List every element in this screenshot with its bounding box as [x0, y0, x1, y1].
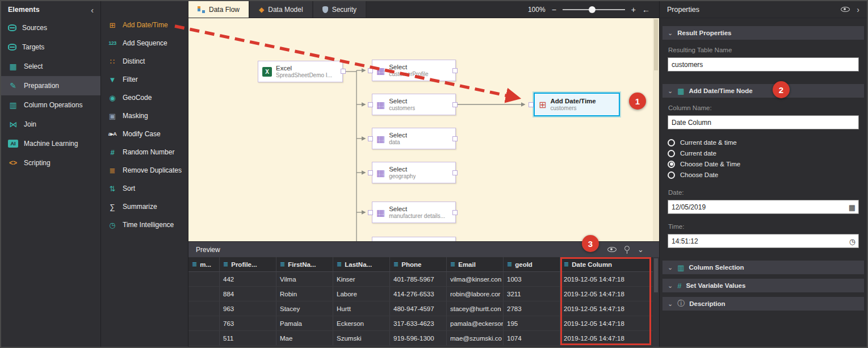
sidebar-item-preparation[interactable]: ✎ Preparation: [1, 76, 100, 95]
column-header[interactable]: Phone: [390, 257, 447, 271]
node-port[interactable]: [452, 210, 458, 215]
column-header[interactable]: Profile...: [220, 257, 276, 271]
tool-filter[interactable]: ▼ Filter: [101, 70, 188, 89]
scrollbar-thumb[interactable]: [654, 19, 658, 70]
section-add-datetime-node[interactable]: ▦ Add Date/Time Node: [662, 84, 864, 98]
select-node-manufacturer[interactable]: Select manufacturer details...: [372, 202, 456, 223]
pin-icon[interactable]: [624, 246, 630, 251]
table-row[interactable]: 442 Vilma Kinser 401-785-5967 vilma@kins…: [188, 272, 659, 287]
column-filter-icon: [223, 261, 228, 268]
eye-icon[interactable]: [607, 247, 617, 252]
radio-current-date-time[interactable]: Current date & time: [668, 137, 859, 148]
date-input[interactable]: [668, 200, 859, 214]
column-header[interactable]: geoId: [504, 257, 560, 271]
canvas-scrollbar[interactable]: [653, 18, 659, 241]
node-port[interactable]: [368, 170, 373, 175]
chevron-right-icon[interactable]: [857, 5, 859, 14]
sidebar-item-machine-learning[interactable]: AI Machine Learning: [1, 134, 100, 153]
cell: pamala@eckerson: [447, 316, 504, 330]
column-header[interactable]: m...: [188, 257, 220, 271]
properties-title: Properties: [667, 6, 699, 14]
tab-security[interactable]: Security: [313, 1, 367, 18]
tool-random-number[interactable]: # Random Number: [101, 143, 188, 161]
column-header[interactable]: Email: [447, 257, 504, 271]
node-port[interactable]: [452, 170, 458, 175]
column-header-date-column[interactable]: Date Column: [560, 257, 651, 271]
node-port[interactable]: [368, 102, 373, 107]
section-description[interactable]: ⓘ Description: [662, 297, 864, 311]
select-node-geography[interactable]: Select geography: [372, 162, 456, 183]
calendar-icon[interactable]: [849, 203, 856, 211]
cell: 195: [504, 316, 560, 330]
select-node-customerprofile[interactable]: Select customerProfile: [372, 60, 456, 81]
collapse-panel-icon[interactable]: ‹: [91, 5, 94, 15]
dataflow-canvas[interactable]: Excel SpreadSheetDemo I... Select custom…: [188, 18, 659, 241]
radio-icon: [668, 139, 675, 146]
back-arrow-button[interactable]: ←: [642, 5, 650, 14]
tool-time-intelligence[interactable]: ◷ Time Intelligence: [101, 216, 188, 234]
radio-choose-date[interactable]: Choose Date: [668, 170, 859, 180]
table-row[interactable]: 963 Stacey Hurtt 480-947-4597 stacey@hur…: [188, 301, 659, 316]
add-datetime-node[interactable]: Add Date/Time customers: [534, 93, 620, 116]
table-row[interactable]: 511 Mae Szumski 919-596-1300 mae@szumski…: [188, 331, 659, 346]
chevron-down-icon: [668, 300, 673, 308]
resulting-table-name-label: Resulting Table Name: [668, 47, 859, 53]
column-header[interactable]: FirstNa...: [276, 257, 333, 271]
section-result-properties[interactable]: Result Properties: [662, 26, 864, 40]
node-port[interactable]: [341, 69, 346, 74]
tab-data-flow[interactable]: Data Flow: [188, 1, 250, 18]
tool-geocode[interactable]: ◉ GeoCode: [101, 89, 188, 107]
preview-scrollbar[interactable]: [653, 257, 659, 347]
column-name-label: Column Name:: [668, 104, 859, 111]
section-column-selection[interactable]: ▥ Column Selection: [662, 261, 864, 274]
cell: [188, 301, 220, 316]
radio-choose-date-and-time[interactable]: Choose Date & Time: [668, 159, 859, 169]
column-name-input[interactable]: [668, 115, 859, 129]
node-port[interactable]: [368, 68, 373, 73]
tool-masking[interactable]: ▣ Masking: [101, 107, 188, 125]
scrollbar-thumb[interactable]: [654, 258, 658, 292]
cell: 3211: [504, 287, 560, 301]
sidebar-item-join[interactable]: ⋈ Join: [1, 115, 100, 134]
node-port[interactable]: [452, 136, 458, 141]
node-port[interactable]: [368, 210, 373, 215]
tool-add-sequence[interactable]: 123 Add Sequence: [101, 34, 188, 52]
select-node-data[interactable]: Select data: [372, 128, 456, 149]
excel-source-node[interactable]: Excel SpreadSheetDemo I...: [258, 61, 343, 82]
sidebar-item-scripting[interactable]: <> Scripting: [1, 153, 100, 173]
tool-summarize[interactable]: ∑ Summarize: [101, 198, 188, 216]
tab-data-model[interactable]: Data Model: [250, 1, 313, 18]
sidebar-item-select[interactable]: ▦ Select: [1, 57, 100, 76]
sidebar-item-column-operations[interactable]: ▥ Column Operations: [1, 95, 100, 115]
table-row[interactable]: 763 Pamala Eckerson 317-633-4623 pamala@…: [188, 316, 659, 331]
node-port[interactable]: [529, 102, 534, 107]
node-port[interactable]: [452, 68, 458, 73]
tool-remove-duplicates[interactable]: ≣ Remove Duplicates: [101, 161, 188, 179]
sidebar-item-targets[interactable]: Targets: [1, 37, 100, 57]
zoom-in-button[interactable]: +: [631, 5, 636, 14]
node-title: Select: [389, 63, 428, 71]
node-port[interactable]: [452, 102, 458, 107]
zoom-slider-thumb[interactable]: [589, 6, 596, 13]
geocode-globe-icon: ◉: [107, 94, 118, 102]
tool-add-date-time[interactable]: ⊞ Add Date/Time: [101, 16, 188, 34]
chevron-down-icon[interactable]: [638, 245, 644, 254]
table-row[interactable]: 884 Robin Labore 414-276-6533 robin@labo…: [188, 287, 659, 301]
section-set-variable-values[interactable]: # Set Variable Values: [662, 279, 864, 292]
column-header[interactable]: LastNa...: [333, 257, 390, 271]
clock-icon[interactable]: [849, 237, 856, 245]
tool-distinct[interactable]: ∷ Distinct: [101, 52, 188, 70]
time-input[interactable]: [668, 234, 859, 248]
node-port[interactable]: [368, 136, 373, 141]
sidebar-item-sources[interactable]: Sources: [1, 18, 100, 37]
tool-sort[interactable]: ⇅ Sort: [101, 179, 188, 198]
select-node-customers[interactable]: Select customers: [372, 94, 456, 115]
radio-current-date[interactable]: Current date: [668, 148, 859, 158]
select-node-partial[interactable]: [372, 237, 456, 241]
node-subtitle: customers: [550, 105, 596, 112]
zoom-slider[interactable]: [563, 9, 625, 10]
resulting-table-name-input[interactable]: [668, 57, 859, 72]
eye-icon[interactable]: [841, 7, 850, 12]
tool-modify-case[interactable]: a▸A Modify Case: [101, 125, 188, 143]
zoom-out-button[interactable]: −: [552, 5, 556, 14]
